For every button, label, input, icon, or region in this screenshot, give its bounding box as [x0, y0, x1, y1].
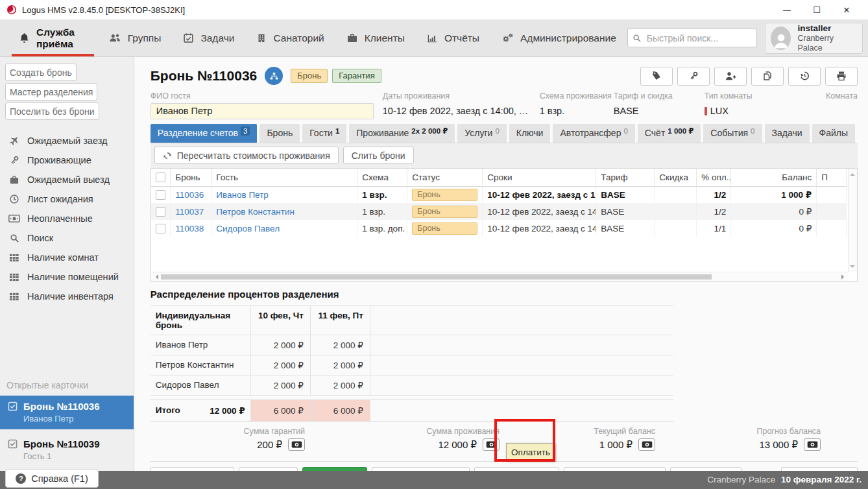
- recalc-stay-cost-button[interactable]: Пересчитать стоимость проживания: [154, 147, 339, 164]
- tab-badge: 3: [241, 126, 250, 136]
- row-checkbox[interactable]: [156, 207, 165, 217]
- distribution-value: 2 000 ₽: [251, 355, 311, 375]
- user-menu[interactable]: installer Cranberry Palace: [765, 23, 863, 54]
- maximize-button[interactable]: ☐: [802, 5, 832, 15]
- history-toolbar-button[interactable]: [788, 67, 821, 86]
- nav-item-sanatorium[interactable]: Санаторий: [245, 19, 335, 56]
- nav-item-label: Клиенты: [365, 32, 405, 44]
- booking-tabs: Разделение счетов3БроньГости1Проживание2…: [151, 124, 858, 143]
- sidebar-item-waitlist[interactable]: Лист ожидания: [0, 189, 134, 209]
- key-toolbar-button[interactable]: [677, 67, 710, 86]
- row-checkbox[interactable]: [156, 224, 165, 233]
- tab-stay[interactable]: Проживание2х 2 000 ₽: [349, 124, 455, 143]
- create-booking-button[interactable]: Создать бронь: [5, 64, 77, 81]
- printer-toolbar-button[interactable]: [825, 67, 858, 86]
- sidebar-item-spaces-availability[interactable]: Наличие помещений: [0, 267, 134, 287]
- sidebar-item-inventory-availability[interactable]: Наличие инвентаря: [0, 287, 134, 306]
- checkin-without-booking-button[interactable]: Поселить без брони: [5, 102, 99, 120]
- guest-link[interactable]: Петров Константин: [216, 207, 295, 217]
- field-label: Даты проживания: [383, 91, 540, 103]
- nav-item-reports[interactable]: Отчёты: [416, 19, 490, 56]
- close-button[interactable]: ✕: [832, 5, 862, 15]
- field-label: Схема проживания: [540, 91, 614, 103]
- tag-toolbar-button[interactable]: [640, 67, 673, 86]
- tab-files[interactable]: Файлы: [812, 124, 855, 143]
- tab-invoice[interactable]: Счёт1 000 ₽: [638, 124, 701, 143]
- tab-label: Ключи: [516, 128, 544, 138]
- money-button[interactable]: [288, 438, 305, 451]
- tab-keys[interactable]: Ключи: [509, 124, 551, 143]
- nav-item-tasks[interactable]: Задачи: [172, 19, 245, 56]
- tab-label: Проживание: [356, 128, 409, 138]
- scrollbar-thumb[interactable]: [161, 274, 712, 280]
- table-horizontal-scrollbar[interactable]: [151, 272, 849, 281]
- distribution-guest-name: Сидоров Павел: [151, 376, 251, 395]
- booking-id-link[interactable]: 110037: [175, 207, 204, 217]
- minimize-button[interactable]: —: [772, 5, 802, 15]
- table-row[interactable]: 110037Петров Константин1 взр.Бронь10-12 …: [151, 203, 847, 220]
- person-add-toolbar-button[interactable]: [714, 67, 747, 86]
- table-row[interactable]: 110038Сидоров Павел1 взр. доп.Бронь10-12…: [151, 220, 847, 237]
- guest-link[interactable]: Иванов Петр: [216, 190, 269, 200]
- open-card-0[interactable]: Бронь №110036Иванов Петр: [0, 396, 134, 429]
- money-button[interactable]: [638, 438, 655, 451]
- table-vertical-scrollbar[interactable]: [848, 169, 857, 272]
- nav-item-clients[interactable]: Клиенты: [335, 19, 416, 56]
- sidebar-item-expected-departure[interactable]: Ожидаемый выезд: [0, 170, 134, 189]
- row-checkbox[interactable]: [156, 190, 165, 200]
- tab-label: Счёт: [645, 128, 665, 138]
- field-label: Комната: [797, 91, 858, 103]
- chart-icon: [427, 33, 438, 43]
- nav-item-label: Группы: [128, 32, 162, 44]
- summary-forecast-balance: Прогноз баланса13 000 ₽: [756, 427, 821, 451]
- calendar-icon: [183, 32, 194, 43]
- tab-split-bills[interactable]: Разделение счетов3: [151, 124, 258, 143]
- field-value[interactable]: Иванов Петр: [151, 103, 374, 119]
- tab-transfer[interactable]: Автотрансфер0: [553, 124, 634, 143]
- nav-item-groups[interactable]: Группы: [98, 19, 173, 56]
- key-icon: [688, 71, 699, 81]
- tab-services[interactable]: Услуги0: [457, 124, 506, 143]
- select-all-checkbox[interactable]: [156, 173, 165, 182]
- open-card-subtitle: Гость 1: [23, 451, 100, 462]
- distribution-guest-name: Петров Константин: [151, 355, 251, 375]
- sidebar-item-search[interactable]: Поиск: [0, 228, 134, 248]
- booking-id-link[interactable]: 110038: [175, 224, 204, 233]
- nav-item-reception[interactable]: Служба приёма: [8, 19, 98, 56]
- checkbox-checked-icon: [8, 401, 18, 424]
- group-hierarchy-icon[interactable]: [265, 67, 283, 85]
- tab-tasks[interactable]: Задачи: [765, 124, 810, 143]
- tab-booking[interactable]: Бронь: [259, 124, 300, 143]
- open-cards-section: Открытые карточки Бронь №110036Иванов Пе…: [0, 376, 134, 471]
- search-input[interactable]: [645, 32, 766, 44]
- column-header: Тариф: [596, 169, 655, 186]
- sidebar-item-residents[interactable]: Проживающие: [0, 150, 134, 170]
- summary-value: 1 000 ₽: [599, 439, 633, 451]
- nav-item-admin[interactable]: Администрирование: [490, 19, 627, 56]
- distribution-table: Индивидуальная бронь10 фев, Чт11 фев, Пт…: [151, 305, 673, 422]
- copy-icon: [762, 71, 773, 81]
- merge-label: Слить брони: [352, 150, 405, 161]
- table-row[interactable]: 110036Иванов Петр1 взр.Бронь10-12 фев 20…: [151, 186, 847, 203]
- split-wizard-button[interactable]: Мастер разделения: [5, 83, 97, 101]
- tab-badge: 0: [751, 127, 754, 135]
- distribution-row: Петров Константин2 000 ₽2 000 ₽: [151, 355, 673, 376]
- sidebar-item-unpaid[interactable]: Неоплаченные: [0, 209, 134, 228]
- tab-label: Задачи: [772, 128, 802, 138]
- sidebar-item-label: Наличие комнат: [27, 252, 99, 263]
- distribution-header-row: Индивидуальная бронь10 фев, Чт11 фев, Пт: [151, 305, 673, 335]
- guest-link[interactable]: Сидоров Павел: [216, 224, 280, 233]
- sidebar-item-rooms-availability[interactable]: Наличие комнат: [0, 248, 134, 267]
- summary-value: 12 000 ₽: [438, 439, 477, 451]
- booking-id-link[interactable]: 110036: [175, 190, 204, 200]
- open-card-1[interactable]: Бронь №110039Гость 1: [0, 433, 134, 467]
- money-button[interactable]: [483, 438, 500, 451]
- footer-info: Cranberry Palace 10 февраля 2022 г.: [707, 471, 862, 489]
- help-button[interactable]: ? Справка (F1): [5, 469, 99, 488]
- sidebar-item-expected-arrival[interactable]: Ожидаемый заезд: [0, 131, 134, 150]
- money-button[interactable]: [804, 438, 821, 451]
- tab-events[interactable]: События0: [703, 124, 762, 143]
- copy-toolbar-button[interactable]: [751, 67, 784, 86]
- merge-bookings-button[interactable]: Слить брони: [343, 147, 414, 164]
- tab-guests[interactable]: Гости1: [302, 124, 346, 143]
